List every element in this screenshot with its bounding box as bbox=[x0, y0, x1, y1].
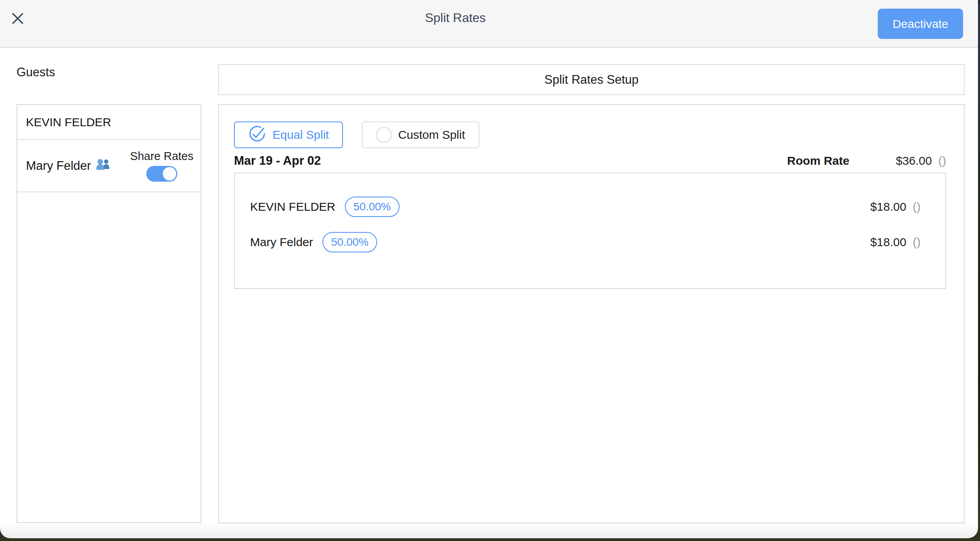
split-amount-note: () bbox=[913, 236, 921, 248]
equal-split-label: Equal Split bbox=[273, 128, 329, 142]
room-rate-label: Room Rate bbox=[787, 154, 849, 167]
primary-guest-name: KEVIN FELDER bbox=[26, 116, 111, 129]
custom-split-label: Custom Split bbox=[398, 128, 465, 142]
date-range: Mar 19 - Apr 02 bbox=[234, 154, 321, 168]
split-percent-pill[interactable]: 50.00% bbox=[345, 197, 400, 217]
guests-heading: Guests bbox=[17, 65, 55, 79]
share-rates-toggle[interactable] bbox=[146, 166, 177, 182]
screen: Split Rates Deactivate Guests KEVIN FELD… bbox=[0, 0, 980, 541]
close-icon bbox=[11, 12, 24, 26]
guest-name: Mary Felder bbox=[26, 159, 91, 173]
split-amount: $18.00 bbox=[870, 236, 906, 248]
share-rates-label: Share Rates bbox=[130, 150, 193, 163]
split-mode-options: Equal Split Custom Split bbox=[234, 121, 946, 148]
guest-split-row: Mary Felder 50.00% $18.00 () bbox=[250, 224, 921, 260]
modal-header: Split Rates Deactivate bbox=[0, 0, 978, 48]
split-percent-pill[interactable]: 50.00% bbox=[322, 232, 377, 252]
split-rates-modal: Split Rates Deactivate Guests KEVIN FELD… bbox=[0, 0, 978, 538]
guest-row[interactable]: Mary Felder Share Rates bbox=[17, 140, 201, 192]
setup-header: Split Rates Setup bbox=[218, 64, 965, 95]
date-rate-row: Mar 19 - Apr 02 Room Rate $36.00 () bbox=[234, 154, 946, 168]
custom-split-button[interactable]: Custom Split bbox=[362, 121, 479, 148]
guests-list: KEVIN FELDER Mary Felder Share bbox=[17, 104, 201, 523]
split-setup-panel: Equal Split Custom Split Mar 19 - Apr 02… bbox=[218, 104, 965, 523]
radio-circle-icon bbox=[376, 127, 392, 143]
split-amount: $18.00 bbox=[870, 200, 906, 213]
split-amount-note: () bbox=[913, 200, 921, 213]
room-rate-amount: $36.00 bbox=[896, 154, 932, 167]
primary-guest-row[interactable]: KEVIN FELDER bbox=[17, 105, 201, 140]
setup-title: Split Rates Setup bbox=[544, 73, 639, 87]
guest-splits-box: KEVIN FELDER 50.00% $18.00 () Mary Felde… bbox=[234, 173, 946, 289]
modal-title: Split Rates bbox=[425, 11, 486, 25]
users-icon bbox=[96, 158, 111, 174]
equal-split-button[interactable]: Equal Split bbox=[234, 121, 343, 148]
deactivate-button[interactable]: Deactivate bbox=[878, 9, 963, 39]
close-button[interactable] bbox=[11, 10, 30, 28]
room-rate-note: () bbox=[938, 154, 946, 167]
split-guest-name: KEVIN FELDER bbox=[250, 200, 335, 213]
check-circle-icon bbox=[248, 125, 266, 145]
split-guest-name: Mary Felder bbox=[250, 236, 313, 249]
toggle-knob bbox=[163, 167, 176, 180]
guest-split-row: KEVIN FELDER 50.00% $18.00 () bbox=[250, 189, 921, 224]
